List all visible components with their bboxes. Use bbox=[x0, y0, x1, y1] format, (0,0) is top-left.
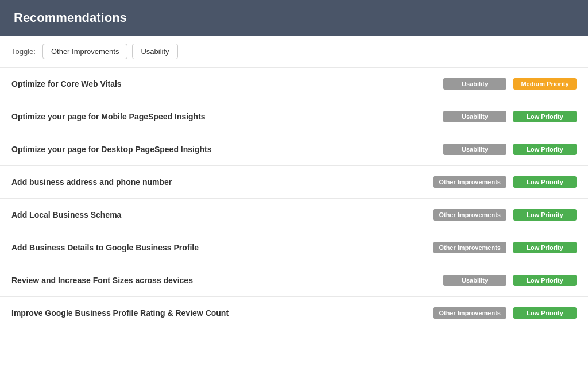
category-tag: Usability bbox=[443, 275, 506, 286]
rec-title: Optimize for Core Web Vitals bbox=[11, 79, 436, 88]
rec-title: Improve Google Business Profile Rating &… bbox=[11, 308, 426, 318]
table-row: Review and Increase Font Sizes across de… bbox=[0, 264, 588, 297]
priority-badge: Low Priority bbox=[513, 242, 577, 253]
table-row: Add Business Details to Google Business … bbox=[0, 231, 588, 264]
toggle-bar: Toggle: Other Improvements Usability bbox=[0, 36, 588, 68]
priority-badge: Low Priority bbox=[513, 209, 577, 221]
category-tag: Other Improvements bbox=[433, 209, 506, 221]
table-row: Add Local Business SchemaOther Improveme… bbox=[0, 199, 588, 231]
toggle-label: Toggle: bbox=[11, 47, 36, 56]
page-header: Recommendations bbox=[0, 0, 588, 36]
category-tag: Other Improvements bbox=[433, 242, 506, 253]
rec-title: Add business address and phone number bbox=[11, 177, 426, 187]
priority-badge: Medium Priority bbox=[513, 78, 577, 90]
table-row: Optimize your page for Mobile PageSpeed … bbox=[0, 100, 588, 133]
priority-badge: Low Priority bbox=[513, 307, 577, 319]
category-tag: Usability bbox=[443, 78, 506, 90]
category-tag: Usability bbox=[443, 144, 506, 155]
category-tag: Usability bbox=[443, 111, 506, 122]
table-row: Add business address and phone numberOth… bbox=[0, 166, 588, 199]
toggle-usability-button[interactable]: Usability bbox=[132, 44, 177, 59]
toggle-other-improvements-button[interactable]: Other Improvements bbox=[42, 44, 128, 59]
category-tag: Other Improvements bbox=[433, 307, 506, 319]
table-row: Optimize your page for Desktop PageSpeed… bbox=[0, 133, 588, 166]
page-title: Recommendations bbox=[14, 10, 574, 25]
rec-title: Optimize your page for Mobile PageSpeed … bbox=[11, 112, 436, 121]
priority-badge: Low Priority bbox=[513, 176, 577, 188]
priority-badge: Low Priority bbox=[513, 111, 577, 122]
rec-title: Add Local Business Schema bbox=[11, 210, 426, 219]
rec-title: Review and Increase Font Sizes across de… bbox=[11, 276, 436, 285]
rec-title: Add Business Details to Google Business … bbox=[11, 243, 426, 252]
rec-title: Optimize your page for Desktop PageSpeed… bbox=[11, 145, 436, 154]
table-row: Optimize for Core Web VitalsUsabilityMed… bbox=[0, 68, 588, 100]
priority-badge: Low Priority bbox=[513, 144, 577, 155]
category-tag: Other Improvements bbox=[433, 176, 506, 188]
table-row: Improve Google Business Profile Rating &… bbox=[0, 297, 588, 329]
priority-badge: Low Priority bbox=[513, 275, 577, 286]
recommendations-list: Optimize for Core Web VitalsUsabilityMed… bbox=[0, 68, 588, 329]
